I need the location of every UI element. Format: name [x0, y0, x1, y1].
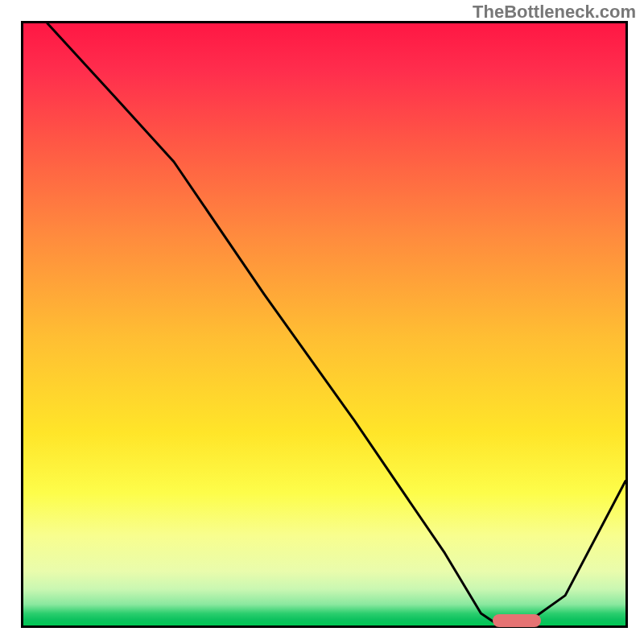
- optimal-range-marker: [493, 614, 541, 627]
- plot-area: [21, 21, 628, 628]
- bottleneck-curve: [23, 23, 625, 625]
- watermark-text: TheBottleneck.com: [473, 2, 636, 23]
